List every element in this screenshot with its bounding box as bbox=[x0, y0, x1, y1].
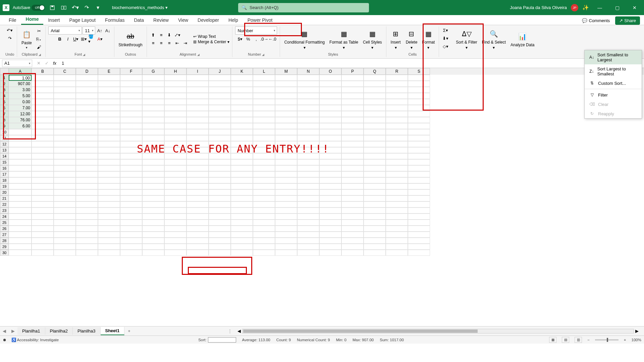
cell[interactable] bbox=[9, 153, 32, 159]
cell[interactable] bbox=[319, 135, 341, 141]
cell[interactable] bbox=[319, 250, 341, 256]
cell[interactable] bbox=[364, 226, 386, 232]
cell[interactable] bbox=[364, 159, 386, 165]
column-header[interactable]: H bbox=[164, 68, 186, 75]
cell[interactable] bbox=[54, 220, 76, 226]
cell[interactable] bbox=[76, 189, 98, 195]
cell[interactable] bbox=[341, 165, 364, 171]
cell[interactable] bbox=[386, 159, 408, 165]
decrease-font-icon[interactable]: A↓ bbox=[104, 27, 111, 34]
column-header[interactable]: Q bbox=[364, 68, 386, 75]
cell[interactable] bbox=[364, 189, 386, 195]
cell[interactable] bbox=[54, 129, 76, 135]
cell[interactable] bbox=[142, 117, 164, 123]
cell[interactable] bbox=[98, 232, 120, 238]
cell[interactable] bbox=[98, 99, 120, 105]
cell[interactable] bbox=[98, 129, 120, 135]
cell[interactable] bbox=[98, 226, 120, 232]
cell[interactable] bbox=[341, 171, 364, 177]
cell[interactable] bbox=[54, 99, 76, 105]
cell[interactable] bbox=[54, 195, 76, 201]
cell[interactable] bbox=[275, 189, 297, 195]
cell[interactable] bbox=[341, 189, 364, 195]
zoom-out-button[interactable]: − bbox=[587, 338, 590, 342]
tab-page-layout[interactable]: Page Layout bbox=[64, 15, 100, 25]
cell[interactable] bbox=[297, 177, 319, 183]
cell[interactable] bbox=[120, 214, 142, 220]
cell[interactable] bbox=[231, 117, 253, 123]
cell[interactable] bbox=[76, 220, 98, 226]
cell[interactable] bbox=[364, 117, 386, 123]
cell[interactable] bbox=[209, 207, 231, 214]
cell[interactable] bbox=[386, 207, 408, 214]
analyze-data-button[interactable]: 📊Analyze Data bbox=[509, 31, 536, 48]
cell[interactable] bbox=[76, 226, 98, 232]
cell[interactable] bbox=[186, 105, 209, 111]
find-select-button[interactable]: 🔍Find & Select▾ bbox=[481, 28, 507, 51]
cell[interactable] bbox=[253, 75, 275, 81]
cell[interactable] bbox=[186, 129, 209, 135]
cell[interactable] bbox=[386, 93, 408, 99]
orientation-icon[interactable]: ⤢▾ bbox=[174, 32, 181, 39]
cell[interactable] bbox=[231, 159, 253, 165]
cell[interactable] bbox=[209, 238, 231, 244]
cell[interactable] bbox=[386, 87, 408, 93]
format-painter-icon[interactable]: 🖌 bbox=[35, 44, 43, 51]
autosum-icon[interactable]: Σ▾ bbox=[442, 26, 449, 34]
cell[interactable] bbox=[120, 250, 142, 256]
qat-more-icon[interactable]: ▾ bbox=[94, 4, 102, 12]
cell[interactable] bbox=[275, 99, 297, 105]
cell[interactable] bbox=[186, 81, 209, 87]
cell[interactable] bbox=[142, 93, 164, 99]
cell[interactable] bbox=[142, 177, 164, 183]
cell[interactable] bbox=[253, 129, 275, 135]
column-header[interactable]: N bbox=[297, 68, 319, 75]
zoom-in-button[interactable]: + bbox=[624, 338, 626, 342]
cell[interactable] bbox=[386, 195, 408, 201]
cell[interactable] bbox=[186, 177, 209, 183]
indent-inc-icon[interactable]: ⇥ bbox=[182, 40, 189, 47]
cell[interactable] bbox=[297, 189, 319, 195]
cell[interactable] bbox=[364, 244, 386, 250]
tab-help[interactable]: Help bbox=[224, 15, 243, 25]
cell[interactable] bbox=[98, 141, 120, 147]
cell[interactable] bbox=[231, 81, 253, 87]
cell[interactable] bbox=[98, 147, 120, 153]
cell[interactable] bbox=[364, 153, 386, 159]
cell[interactable] bbox=[364, 141, 386, 147]
cancel-icon[interactable]: ✕ bbox=[35, 60, 42, 67]
normal-view-icon[interactable]: ▦ bbox=[549, 337, 556, 343]
italic-button[interactable]: I bbox=[64, 35, 71, 43]
cell[interactable] bbox=[253, 165, 275, 171]
cell[interactable] bbox=[364, 183, 386, 189]
cell[interactable] bbox=[120, 189, 142, 195]
cell[interactable] bbox=[231, 99, 253, 105]
cell[interactable] bbox=[9, 171, 32, 177]
cell[interactable] bbox=[275, 214, 297, 220]
name-box[interactable]: A1 bbox=[2, 60, 32, 67]
cell[interactable] bbox=[408, 238, 430, 244]
cell[interactable] bbox=[209, 111, 231, 117]
cell[interactable] bbox=[54, 159, 76, 165]
indent-dec-icon[interactable]: ⇤ bbox=[174, 40, 181, 47]
autosave-toggle[interactable]: AutoSave Off bbox=[13, 5, 45, 11]
column-header[interactable]: G bbox=[142, 68, 164, 75]
cell[interactable] bbox=[253, 207, 275, 214]
cell[interactable] bbox=[186, 232, 209, 238]
cell[interactable]: 7.00 bbox=[9, 105, 32, 111]
align-center-icon[interactable]: ≡ bbox=[158, 40, 165, 47]
cell[interactable] bbox=[120, 75, 142, 81]
cell[interactable] bbox=[98, 153, 120, 159]
cell[interactable] bbox=[341, 177, 364, 183]
cell[interactable] bbox=[164, 117, 186, 123]
cell[interactable] bbox=[164, 123, 186, 129]
cell[interactable] bbox=[54, 75, 76, 81]
cell[interactable] bbox=[209, 214, 231, 220]
cell[interactable] bbox=[408, 220, 430, 226]
border-button[interactable]: ⊞▾ bbox=[80, 35, 88, 43]
maximize-button[interactable]: ▢ bbox=[610, 3, 624, 13]
cell[interactable] bbox=[9, 159, 32, 165]
cell[interactable] bbox=[253, 177, 275, 183]
cell[interactable] bbox=[275, 165, 297, 171]
cell[interactable] bbox=[120, 195, 142, 201]
